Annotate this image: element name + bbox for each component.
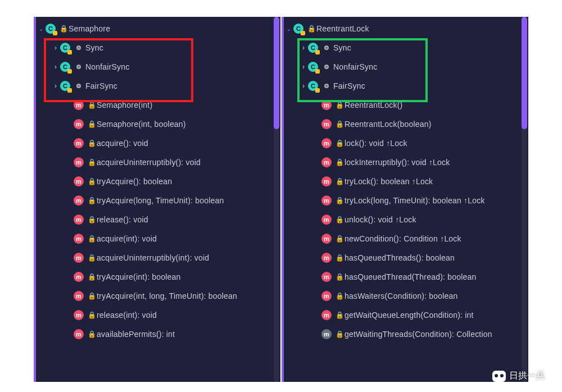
method-icon: m <box>321 176 332 187</box>
method-icon: m <box>321 329 332 340</box>
method-signature: tryLock(long, TimeUnit): boolean ↑Lock <box>345 196 485 205</box>
method-row[interactable]: › m 🔒 ReentrantLock() <box>284 95 528 115</box>
method-icon: m <box>321 233 332 244</box>
lock-icon: 🔒 <box>60 25 65 33</box>
method-icon: m <box>321 118 332 130</box>
method-row[interactable]: › m 🔒 acquire(int): void <box>36 229 280 248</box>
method-signature: Semaphore(int) <box>97 101 152 110</box>
inner-class-row[interactable]: › C NonfairSync <box>36 57 280 76</box>
method-row[interactable]: › m 🔒 Semaphore(int, boolean) <box>36 115 280 134</box>
method-row[interactable]: › m 🔒 hasWaiters(Condition): boolean <box>284 286 528 306</box>
method-row[interactable]: › m 🔒 ReentrantLock(boolean) <box>284 115 528 134</box>
class-name: Semaphore <box>69 24 110 33</box>
method-signature: unlock(): void ↑Lock <box>345 215 416 224</box>
method-icon: m <box>73 233 84 244</box>
lock-icon: 🔒 <box>88 139 93 147</box>
watermark-text: 日拱一兵 <box>509 370 545 382</box>
method-icon: m <box>321 214 332 225</box>
static-marker-icon <box>76 65 81 69</box>
method-signature: hasQueuedThread(Thread): boolean <box>345 272 476 281</box>
lock-icon: 🔒 <box>88 158 93 166</box>
inner-class-row[interactable]: › C NonfairSync <box>284 57 528 76</box>
inner-class-row[interactable]: › C FairSync <box>284 76 528 95</box>
tree-root-semaphore[interactable]: ⌄ C 🔒 Semaphore <box>36 19 280 38</box>
method-row[interactable]: › m 🔒 lockInterruptibly(): void ↑Lock <box>284 153 528 172</box>
method-icon: m <box>73 309 84 321</box>
method-row[interactable]: › m 🔒 Semaphore(int) <box>36 95 280 115</box>
lock-icon: 🔒 <box>88 177 93 185</box>
method-signature: acquireUninterruptibly(int): void <box>97 253 209 262</box>
method-signature: lockInterruptibly(): void ↑Lock <box>345 158 450 167</box>
method-row[interactable]: › m 🔒 tryAcquire(int): boolean <box>36 267 280 286</box>
method-row[interactable]: › m 🔒 lock(): void ↑Lock <box>284 134 528 153</box>
inner-class-row[interactable]: › C Sync <box>36 38 280 57</box>
method-icon: m <box>321 290 332 302</box>
watermark: 日拱一兵 <box>492 370 545 382</box>
scrollbar[interactable] <box>274 17 279 382</box>
inner-class-name: NonfairSync <box>333 62 377 71</box>
method-row[interactable]: › m 🔒 acquireUninterruptibly(): void <box>36 153 280 172</box>
method-signature: release(): void <box>97 215 148 224</box>
method-row[interactable]: › m 🔒 tryAcquire(): boolean <box>36 172 280 191</box>
method-icon: m <box>321 271 332 282</box>
method-row[interactable]: › m 🔒 unlock(): void ↑Lock <box>284 210 528 229</box>
method-row[interactable]: › m 🔒 newCondition(): Condition ↑Lock <box>284 229 528 248</box>
lock-icon: 🔒 <box>88 311 93 319</box>
method-icon: m <box>73 138 84 149</box>
method-signature: Semaphore(int, boolean) <box>97 120 186 129</box>
tree-root-reentrantlock[interactable]: ⌄ C 🔒 ReentrantLock <box>284 19 528 38</box>
static-marker-icon <box>324 45 329 50</box>
method-signature: tryAcquire(int, long, TimeUnit): boolean <box>97 291 237 300</box>
method-icon: m <box>321 309 332 321</box>
inner-class-name: FairSync <box>85 81 117 90</box>
method-signature: acquireUninterruptibly(): void <box>97 158 201 167</box>
method-icon: m <box>73 157 84 168</box>
method-icon: m <box>321 157 332 168</box>
static-marker-icon <box>76 45 81 50</box>
method-row[interactable]: › m 🔒 acquireUninterruptibly(int): void <box>36 248 280 267</box>
method-row[interactable]: › m 🔒 acquire(): void <box>36 134 280 153</box>
lock-icon: 🔒 <box>88 330 93 338</box>
method-signature: availablePermits(): int <box>97 330 175 339</box>
method-signature: getWaitQueueLength(Condition): int <box>345 311 474 320</box>
structure-panel-reentrantlock: ⌄ C 🔒 ReentrantLock › C Sync › C Nonfair… <box>282 17 528 382</box>
method-icon: m <box>73 176 84 187</box>
method-row[interactable]: › m 🔒 tryLock(): boolean ↑Lock <box>284 172 528 191</box>
method-row[interactable]: › m 🔒 tryAcquire(long, TimeUnit): boolea… <box>36 191 280 210</box>
method-signature: lock(): void ↑Lock <box>345 139 407 148</box>
class-icon: C <box>60 61 71 72</box>
method-icon: m <box>321 99 332 111</box>
method-row[interactable]: › m 🔒 release(): void <box>36 210 280 229</box>
method-icon: m <box>73 271 84 282</box>
method-signature: ReentrantLock(boolean) <box>345 120 432 129</box>
method-signature: acquire(int): void <box>97 234 157 243</box>
chevron-right-icon: › <box>300 82 307 90</box>
scrollbar[interactable] <box>522 17 527 382</box>
lock-icon: 🔒 <box>307 25 313 33</box>
inner-class-row[interactable]: › C Sync <box>284 38 528 57</box>
method-signature: acquire(): void <box>97 139 148 148</box>
class-icon: C <box>293 23 304 34</box>
method-row[interactable]: › m 🔒 tryAcquire(int, long, TimeUnit): b… <box>36 286 280 306</box>
class-icon: C <box>45 23 56 34</box>
class-icon: C <box>307 42 319 53</box>
inner-class-name: NonfairSync <box>85 62 129 71</box>
method-row[interactable]: › m 🔒 tryLock(long, TimeUnit): boolean ↑… <box>284 191 528 210</box>
method-row[interactable]: › m 🔒 hasQueuedThread(Thread): boolean <box>284 267 528 286</box>
wechat-icon <box>492 371 506 382</box>
chevron-down-icon: ⌄ <box>37 25 45 33</box>
method-row[interactable]: › m 🔒 availablePermits(): int <box>36 325 280 344</box>
method-signature: hasQueuedThreads(): boolean <box>345 253 455 262</box>
method-row[interactable]: › m 🔒 getWaitQueueLength(Condition): int <box>284 306 528 325</box>
lock-icon: 🔒 <box>336 311 341 319</box>
method-row[interactable]: › m 🔒 hasQueuedThreads(): boolean <box>284 248 528 267</box>
chevron-right-icon: › <box>52 44 60 52</box>
lock-icon: 🔒 <box>336 330 341 338</box>
inner-class-row[interactable]: › C FairSync <box>36 76 280 95</box>
lock-icon: 🔒 <box>336 139 341 147</box>
method-signature: hasWaiters(Condition): boolean <box>345 291 458 300</box>
method-row[interactable]: › m 🔒 getWaitingThreads(Condition): Coll… <box>284 325 528 344</box>
method-icon: m <box>73 99 84 111</box>
method-row[interactable]: › m 🔒 release(int): void <box>36 306 280 325</box>
class-name: ReentrantLock <box>316 24 369 33</box>
